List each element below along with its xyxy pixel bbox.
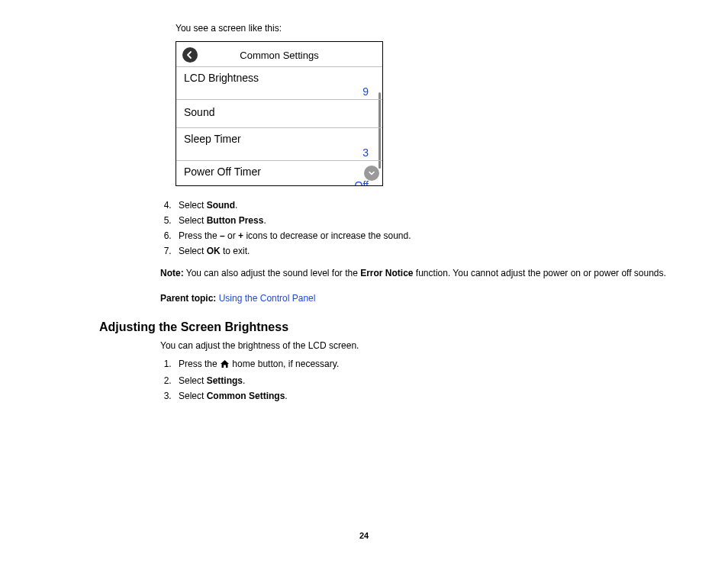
step-item: Select Button Press. xyxy=(174,215,690,226)
back-icon xyxy=(182,47,198,63)
menu-item-label: Sound xyxy=(184,106,375,118)
menu-item-sleep-timer: Sleep Timer 3 xyxy=(176,127,382,160)
step-item: Select Settings. xyxy=(174,375,690,386)
step-item: Press the – or + icons to decrease or in… xyxy=(174,230,690,241)
intro-text-2: You can adjust the brightness of the LCD… xyxy=(160,340,690,351)
steps-list-1: Select Sound.Select Button Press.Press t… xyxy=(160,200,690,256)
step-item: Select Sound. xyxy=(174,200,690,211)
parent-topic-link[interactable]: Using the Control Panel xyxy=(219,293,316,304)
note-text-pre: You can also adjust the sound level for … xyxy=(184,268,361,278)
step-item: Select Common Settings. xyxy=(174,391,690,401)
menu-item-sound: Sound xyxy=(176,99,382,127)
intro-text: You see a screen like this: xyxy=(176,23,690,34)
menu-item-label: Power Off Timer xyxy=(184,166,375,178)
menu-item-label: LCD Brightness xyxy=(184,72,375,84)
step-item: Select OK to exit. xyxy=(174,246,690,256)
home-icon xyxy=(220,359,230,371)
menu-item-value: 9 xyxy=(184,85,375,98)
section-heading: Adjusting the Screen Brightness xyxy=(99,320,690,334)
note-bold: Error Notice xyxy=(360,268,413,278)
note-block: Note: You can also adjust the sound leve… xyxy=(160,267,690,279)
device-screenshot: Common Settings LCD Brightness 9 Sound S… xyxy=(176,41,383,186)
screenshot-title: Common Settings xyxy=(176,50,382,61)
note-text-post: function. You cannot adjust the power on… xyxy=(414,268,666,278)
note-label: Note: xyxy=(160,268,184,278)
steps-list-2: Press the home button, if necessary.Sele… xyxy=(160,359,690,401)
menu-item-power-off-timer: Power Off Timer Off xyxy=(176,160,382,185)
parent-topic: Parent topic: Using the Control Panel xyxy=(160,293,690,304)
menu-item-label: Sleep Timer xyxy=(184,133,375,145)
page-number: 24 xyxy=(0,531,728,540)
parent-topic-label: Parent topic: xyxy=(160,293,216,304)
menu-item-lcd-brightness: LCD Brightness 9 xyxy=(176,66,382,99)
scroll-down-icon xyxy=(364,166,379,181)
step-item: Press the home button, if necessary. xyxy=(174,359,690,371)
menu-item-value: 3 xyxy=(184,146,375,159)
